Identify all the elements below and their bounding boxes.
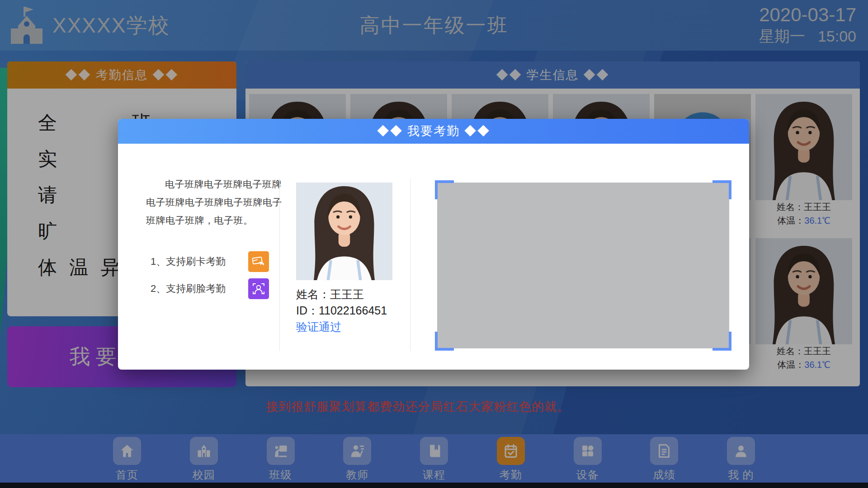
feature-face-attendance: 2、支持刷脸考勤 — [151, 278, 269, 300]
attendance-modal: ◆◆ 我要考勤 ◆◆ 电子班牌电子班牌电子班牌电子班牌电子班牌电子班牌电子班牌电… — [118, 119, 749, 370]
camera-corner-bracket — [712, 180, 731, 199]
modal-divider — [279, 178, 280, 351]
card-swipe-icon — [248, 251, 269, 272]
face-scan-icon — [248, 278, 269, 299]
camera-preview — [437, 183, 729, 348]
modal-intro-text: 电子班牌电子班牌电子班牌电子班牌电子班牌电子班牌电子班牌电子班牌，电子班。 — [146, 175, 284, 230]
camera-corner-bracket — [435, 332, 454, 351]
feature-label: 2、支持刷脸考勤 — [151, 282, 239, 296]
feature-label: 1、支持刷卡考勤 — [151, 255, 239, 268]
modal-title: ◆◆ 我要考勤 ◆◆ — [118, 119, 749, 144]
modal-divider — [410, 178, 410, 351]
camera-corner-bracket — [712, 332, 731, 351]
verified-student-photo — [296, 183, 392, 280]
verified-student-id: ID：11022166451 — [296, 303, 387, 318]
feature-card-attendance: 1、支持刷卡考勤 — [151, 251, 269, 272]
verify-status-link[interactable]: 验证通过 — [296, 319, 341, 334]
modal-feature-list: 1、支持刷卡考勤 2、支持刷脸考勤 — [151, 251, 269, 305]
camera-corner-bracket — [435, 180, 454, 199]
verified-student-name: 姓名：王王王 — [296, 287, 364, 302]
